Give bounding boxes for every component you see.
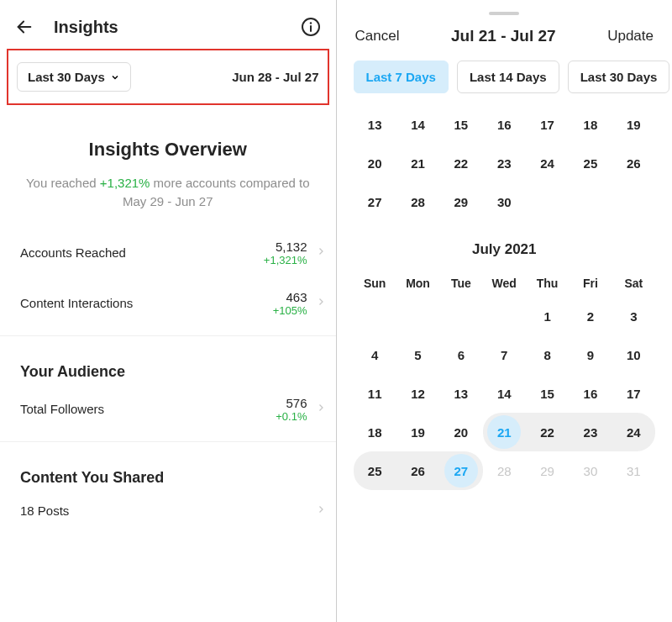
calendar-day-cell[interactable]: 4 [354,335,396,374]
back-icon[interactable] [15,18,34,36]
calendar-dow-label: Sat [612,270,655,297]
calendar-day-cell[interactable]: 19 [612,105,655,144]
calendar-day-cell[interactable]: 24 [612,413,655,451]
calendar-dow-label: Tue [439,270,482,297]
calendar-day-cell[interactable]: 1 [526,297,569,335]
metric-value: 463 [273,290,307,304]
update-button[interactable]: Update [607,28,654,45]
date-range-text: Jun 28 - Jul 27 [232,70,318,84]
date-range-selector-label: Last 30 Days [28,70,105,84]
calendar-day-cell[interactable]: 17 [612,374,655,413]
chevron-down-icon [110,72,120,82]
calendar-dow-label: Sun [354,270,396,297]
drag-handle[interactable] [489,12,519,15]
chevron-right-icon [316,244,326,262]
calendar-day-cell[interactable]: 14 [396,105,439,144]
calendar-day-cell[interactable]: 22 [439,144,482,182]
metric-row-content-interactions[interactable]: Content Interactions 463 +105% [0,278,336,329]
calendar-day-cell [569,182,612,221]
calendar-day-cell[interactable]: 13 [439,374,482,413]
calendar-day-cell[interactable]: 23 [569,413,612,451]
audience-section-title: Your Audience [0,350,336,384]
overview-title: Insights Overview [20,139,316,161]
date-picker-panel: Cancel Jul 21 - Jul 27 Update Last 7 Day… [337,0,673,622]
calendar-day-cell [612,182,655,221]
page-title: Insights [54,18,301,37]
calendar-day-cell[interactable]: 15 [439,105,482,144]
calendar-day-cell[interactable]: 2 [569,297,612,335]
calendar-day-cell[interactable]: 3 [612,297,655,335]
calendar-day-cell[interactable]: 20 [439,413,482,451]
content-shared-title: Content You Shared [0,456,336,490]
calendar-day-cell[interactable]: 15 [526,374,569,413]
calendar-day-cell[interactable]: 14 [483,374,526,413]
overview-block: Insights Overview You reached +1,321% mo… [0,119,336,228]
preset-chip[interactable]: Last 14 Days [457,61,559,93]
content-shared-row[interactable]: 18 Posts [0,490,336,531]
chevron-right-icon [316,294,326,313]
metric-row-total-followers[interactable]: Total Followers 576 +0.1% [0,384,336,435]
calendar-day-cell[interactable]: 18 [354,413,396,451]
calendar-day-cell[interactable]: 25 [354,451,396,490]
calendar-day-cell[interactable]: 30 [483,182,526,221]
chevron-right-icon [316,502,326,519]
calendar-day-cell[interactable]: 21 [483,413,526,451]
calendar-dow-row: SunMonTueWedThuFriSat [337,270,673,297]
calendar-day-cell [526,182,569,221]
calendar-day-cell[interactable]: 5 [396,335,439,374]
calendar-prev-month-grid: 131415161718192021222324252627282930 [337,105,673,221]
metric-row-accounts-reached[interactable]: Accounts Reached 5,132 +1,321% [0,228,336,278]
calendar-dow-label: Wed [483,270,526,297]
calendar-dow-label: Fri [569,270,612,297]
calendar-dow-label: Thu [526,270,569,297]
chevron-right-icon [316,400,326,419]
metric-delta: +1,321% [264,254,307,266]
calendar-day-cell[interactable]: 27 [354,182,396,221]
calendar-day-cell[interactable]: 28 [396,182,439,221]
cancel-button[interactable]: Cancel [355,28,400,45]
calendar-day-cell[interactable]: 17 [526,105,569,144]
info-icon[interactable] [301,17,321,37]
calendar-day-cell[interactable]: 11 [354,374,396,413]
calendar-day-cell[interactable]: 16 [569,374,612,413]
metric-value: 576 [276,396,307,410]
calendar-day-cell[interactable]: 9 [569,335,612,374]
insights-header: Insights [0,0,336,49]
calendar-day-cell [483,297,526,335]
overview-sub-prefix: You reached [26,176,100,190]
calendar-day-cell[interactable]: 10 [612,335,655,374]
calendar-day-cell[interactable]: 7 [483,335,526,374]
metric-delta: +105% [273,304,307,317]
calendar-day-cell[interactable]: 29 [439,182,482,221]
calendar-month-title: July 2021 [337,221,673,270]
preset-chip[interactable]: Last 30 Days [568,61,670,93]
calendar-day-cell[interactable]: 27 [439,451,482,490]
insights-panel: Insights Last 30 Days Jun 28 - Jul 27 In… [0,0,337,622]
calendar-day-cell[interactable]: 18 [569,105,612,144]
calendar-day-cell[interactable]: 26 [612,144,655,182]
date-range-selector[interactable]: Last 30 Days [17,62,131,92]
calendar-day-cell[interactable]: 8 [526,335,569,374]
metric-label: Accounts Reached [20,245,126,260]
calendar-day-cell[interactable]: 24 [526,144,569,182]
calendar-day-cell[interactable]: 16 [483,105,526,144]
date-range-bar: Last 30 Days Jun 28 - Jul 27 [7,49,329,105]
calendar-day-cell[interactable]: 25 [569,144,612,182]
calendar-day-cell[interactable]: 23 [483,144,526,182]
metric-label: Content Interactions [20,296,133,310]
calendar-day-cell[interactable]: 6 [439,335,482,374]
calendar-day-cell[interactable]: 12 [396,374,439,413]
preset-chip[interactable]: Last 7 Days [354,61,449,93]
calendar-day-cell[interactable]: 26 [396,451,439,490]
calendar-day-cell[interactable]: 22 [526,413,569,451]
calendar-day-cell[interactable]: 21 [396,144,439,182]
calendar-july-grid: 1234567891011121314151617181920212223242… [337,297,673,490]
overview-sub-delta: +1,321% [100,176,150,190]
preset-chips: Last 7 DaysLast 14 DaysLast 30 Days [337,61,673,105]
calendar-day-cell [396,297,439,335]
calendar-day-cell[interactable]: 20 [354,144,396,182]
metric-delta: +0.1% [276,410,307,423]
calendar-day-cell[interactable]: 13 [354,105,396,144]
calendar-day-cell: 30 [569,451,612,490]
calendar-day-cell[interactable]: 19 [396,413,439,451]
